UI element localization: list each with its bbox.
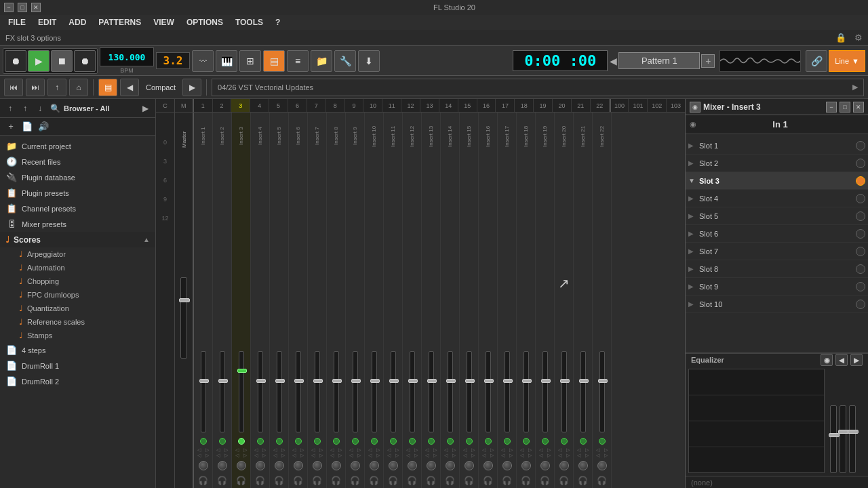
pan-arrow-15-0-left[interactable]: ◁ bbox=[462, 447, 469, 453]
knob-17[interactable] bbox=[502, 461, 512, 470]
browser-up[interactable]: ↑ bbox=[19, 102, 31, 115]
step-seq-button[interactable]: ⊞ bbox=[239, 50, 261, 72]
pan-arrow-20-0-left[interactable]: ◁ bbox=[557, 447, 564, 453]
sidebar-item-drumroll2[interactable]: 📄 DrumRoll 2 bbox=[0, 373, 155, 389]
slot-row-9[interactable]: ▶ Slot 9 bbox=[686, 278, 868, 296]
vst-updates-bar[interactable]: 04/26 VST Vectorial Updates ▶ bbox=[212, 79, 864, 96]
menu-view[interactable]: VIEW bbox=[148, 16, 180, 28]
fader-thumb-12[interactable] bbox=[408, 379, 418, 383]
knob-7[interactable] bbox=[313, 461, 322, 470]
knob-3[interactable] bbox=[237, 461, 246, 470]
channel-dot-1[interactable] bbox=[200, 438, 207, 445]
knob-9[interactable] bbox=[351, 461, 360, 470]
fader-thumb-8[interactable] bbox=[332, 379, 342, 383]
link-button[interactable]: 🔗 bbox=[806, 50, 827, 72]
slot-row-1[interactable]: ▶ Slot 1 bbox=[686, 137, 868, 155]
pan-arrow-21-0-left[interactable]: ◁ bbox=[576, 447, 583, 453]
ch-num-10[interactable]: 10 bbox=[363, 99, 382, 112]
pan-arrow-22-1-right[interactable]: ▷ bbox=[603, 453, 610, 458]
record-button[interactable]: ⏺ bbox=[5, 50, 26, 72]
pan-arrow-19-1-left[interactable]: ◁ bbox=[538, 453, 545, 458]
channel-dot-11[interactable] bbox=[390, 438, 397, 445]
compact-toggle[interactable]: ◀ bbox=[120, 79, 139, 96]
fader-thumb-22[interactable] bbox=[598, 379, 608, 383]
pan-arrow-19-0-right[interactable]: ▷ bbox=[546, 447, 553, 453]
pan-arrow-9-1-left[interactable]: ◁ bbox=[348, 453, 355, 458]
menu-file[interactable]: FILE bbox=[3, 16, 31, 28]
channel-dot-10[interactable] bbox=[371, 438, 378, 445]
pan-arrow-13-0-left[interactable]: ◁ bbox=[424, 447, 431, 453]
view-icon[interactable]: ▤ bbox=[98, 79, 117, 96]
pan-arrow-15-0-right[interactable]: ▷ bbox=[470, 447, 477, 453]
knob-13[interactable] bbox=[427, 461, 436, 470]
pan-arrow-13-1-left[interactable]: ◁ bbox=[424, 453, 431, 458]
minimize-button[interactable]: − bbox=[4, 3, 14, 12]
pan-arrow-6-1-left[interactable]: ◁ bbox=[291, 453, 298, 458]
pan-arrow-21-1-right[interactable]: ▷ bbox=[584, 453, 591, 458]
record-mode-button[interactable]: ⏺ bbox=[74, 50, 96, 72]
pan-arrow-10-0-right[interactable]: ▷ bbox=[375, 447, 382, 453]
knob-19[interactable] bbox=[540, 461, 550, 470]
insert-fader-thumb-1[interactable] bbox=[829, 433, 840, 437]
channel-dot-21[interactable] bbox=[580, 438, 587, 445]
fader-thumb-5[interactable] bbox=[275, 379, 285, 383]
ch-num-16[interactable]: 16 bbox=[477, 99, 496, 112]
fader-thumb-2[interactable] bbox=[218, 379, 228, 383]
ch-num-12[interactable]: 12 bbox=[401, 99, 420, 112]
pan-arrow-2-0-left[interactable]: ◁ bbox=[215, 447, 222, 453]
pan-arrow-16-1-left[interactable]: ◁ bbox=[481, 453, 488, 458]
ch-num-18[interactable]: 18 bbox=[515, 99, 534, 112]
pan-arrow-4-1-right[interactable]: ▷ bbox=[261, 453, 268, 458]
slot-row-3[interactable]: ▼ Slot 3 bbox=[686, 172, 868, 190]
pattern-prev-button[interactable]: ◀ bbox=[610, 56, 617, 66]
pan-arrow-3-1-right[interactable]: ▷ bbox=[242, 453, 249, 458]
ch-num-21[interactable]: 21 bbox=[572, 99, 591, 112]
menu-options[interactable]: OPTIONS bbox=[181, 16, 229, 28]
pattern-selector[interactable]: Pattern 1 bbox=[618, 52, 700, 69]
slot-row-7[interactable]: ▶ Slot 7 bbox=[686, 243, 868, 260]
sidebar-item-stamps[interactable]: ♩ Stamps bbox=[0, 329, 155, 342]
maximize-button[interactable]: □ bbox=[18, 3, 27, 12]
input-left-arrow[interactable]: ◉ bbox=[690, 120, 696, 129]
insert-fader-2[interactable] bbox=[840, 405, 846, 473]
sidebar-item-fpc-drumloops[interactable]: ♩ FPC drumloops bbox=[0, 288, 155, 302]
sidebar-item-arpeggiator[interactable]: ♩ Arpeggiator bbox=[0, 247, 155, 261]
fader-thumb-13[interactable] bbox=[427, 379, 437, 383]
sidebar-item-reference-scales[interactable]: ♩ Reference scales bbox=[0, 315, 155, 329]
ch-num-14[interactable]: 14 bbox=[439, 99, 458, 112]
mixer-close-button[interactable]: ✕ bbox=[853, 102, 864, 113]
ch-num-6[interactable]: 6 bbox=[288, 99, 307, 112]
eq-graph[interactable] bbox=[688, 369, 825, 473]
channel-dot-8[interactable] bbox=[333, 438, 340, 445]
ch-num-100[interactable]: 100 bbox=[610, 99, 629, 112]
pan-arrow-9-0-right[interactable]: ▷ bbox=[356, 447, 363, 453]
scores-section-header[interactable]: ♩ Scores ▲ bbox=[0, 232, 155, 247]
pan-arrow-11-1-right[interactable]: ▷ bbox=[394, 453, 401, 458]
pan-arrow-3-0-right[interactable]: ▷ bbox=[242, 447, 249, 453]
ch-num-3[interactable]: 3 bbox=[231, 99, 250, 112]
channel-dot-22[interactable] bbox=[599, 438, 606, 445]
sidebar-item-chopping[interactable]: ♩ Chopping bbox=[0, 274, 155, 288]
pan-arrow-8-1-right[interactable]: ▷ bbox=[337, 453, 344, 458]
knob-22[interactable] bbox=[597, 461, 607, 470]
knob-14[interactable] bbox=[446, 461, 455, 470]
ch-num-13[interactable]: 13 bbox=[420, 99, 439, 112]
pan-arrow-8-1-left[interactable]: ◁ bbox=[329, 453, 336, 458]
sidebar-item-recent-files[interactable]: 🕐 Recent files bbox=[0, 154, 155, 169]
mixer-button[interactable]: ≡ bbox=[287, 50, 309, 72]
pan-arrow-6-0-left[interactable]: ◁ bbox=[291, 447, 298, 453]
insert-fader-1[interactable] bbox=[830, 405, 837, 473]
sidebar-item-4steps[interactable]: 📄 4 steps bbox=[0, 342, 155, 358]
pan-arrow-21-1-left[interactable]: ◁ bbox=[576, 453, 583, 458]
channel-dot-15[interactable] bbox=[466, 438, 473, 445]
channel-dot-19[interactable] bbox=[542, 438, 549, 445]
knob-4[interactable] bbox=[256, 461, 265, 470]
knob-5[interactable] bbox=[275, 461, 284, 470]
channel-dot-18[interactable] bbox=[523, 438, 530, 445]
pan-arrow-3-1-left[interactable]: ◁ bbox=[234, 453, 241, 458]
slot-row-2[interactable]: ▶ Slot 2 bbox=[686, 155, 868, 172]
pan-arrow-5-0-right[interactable]: ▷ bbox=[280, 447, 287, 453]
ch-num-20[interactable]: 20 bbox=[553, 99, 572, 112]
fast-forward-button[interactable]: ⏭ bbox=[26, 79, 45, 96]
close-button[interactable]: ✕ bbox=[31, 3, 41, 12]
